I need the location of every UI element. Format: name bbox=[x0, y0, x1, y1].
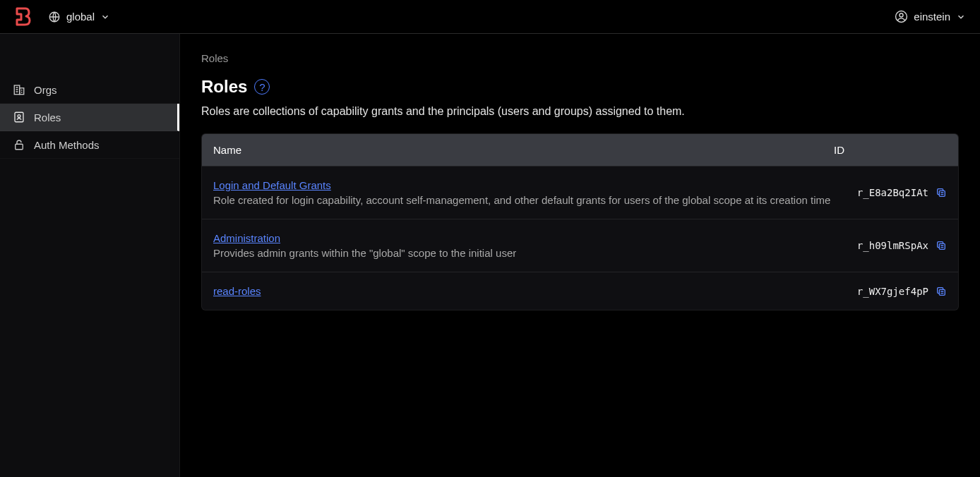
user-label: einstein bbox=[914, 11, 950, 23]
role-description: Provides admin grants within the "global… bbox=[213, 247, 834, 259]
roles-table: Name ID Login and Default Grants Role cr… bbox=[201, 133, 959, 310]
table-row: Administration Provides admin grants wit… bbox=[202, 219, 958, 272]
sidebar: Orgs Roles Auth Methods bbox=[0, 34, 180, 477]
row-id-cell: r_WX7gjef4pP bbox=[834, 286, 947, 297]
building-icon bbox=[13, 83, 25, 96]
header-left: global bbox=[14, 7, 110, 26]
role-id: r_WX7gjef4pP bbox=[857, 286, 928, 297]
row-content: Login and Default Grants Role created fo… bbox=[213, 179, 834, 206]
chevron-down-icon bbox=[956, 12, 966, 22]
copy-icon[interactable] bbox=[936, 240, 947, 251]
app-logo-icon[interactable] bbox=[14, 7, 31, 26]
role-id: r_h09lmRSpAx bbox=[857, 240, 928, 251]
scope-selector[interactable]: global bbox=[48, 11, 110, 23]
user-circle-icon bbox=[895, 10, 908, 23]
sidebar-item-orgs[interactable]: Orgs bbox=[0, 76, 179, 104]
svg-rect-4 bbox=[20, 88, 24, 95]
sidebar-item-label: Auth Methods bbox=[34, 139, 100, 151]
svg-point-6 bbox=[18, 115, 20, 118]
copy-icon[interactable] bbox=[936, 187, 947, 198]
role-description: Role created for login capability, accou… bbox=[213, 194, 834, 206]
role-name-link[interactable]: Administration bbox=[213, 232, 280, 244]
sidebar-item-auth-methods[interactable]: Auth Methods bbox=[0, 131, 179, 159]
chevron-down-icon bbox=[100, 12, 110, 22]
row-content: Administration Provides admin grants wit… bbox=[213, 232, 834, 259]
svg-rect-10 bbox=[939, 289, 945, 295]
role-name-link[interactable]: read-roles bbox=[213, 285, 261, 297]
lock-icon bbox=[13, 138, 25, 151]
breadcrumb[interactable]: Roles bbox=[201, 52, 959, 64]
app-header: global einstein bbox=[0, 0, 980, 34]
user-menu[interactable]: einstein bbox=[895, 10, 966, 23]
role-name-link[interactable]: Login and Default Grants bbox=[213, 179, 331, 191]
row-content: read-roles bbox=[213, 285, 834, 297]
page-title-row: Roles ? bbox=[201, 77, 959, 97]
globe-icon bbox=[48, 11, 61, 23]
app-body: Orgs Roles Auth Methods Roles bbox=[0, 34, 980, 477]
sidebar-item-label: Roles bbox=[34, 111, 61, 123]
table-row: Login and Default Grants Role created fo… bbox=[202, 166, 958, 219]
svg-rect-9 bbox=[939, 243, 945, 249]
row-id-cell: r_h09lmRSpAx bbox=[834, 240, 947, 251]
svg-rect-7 bbox=[16, 144, 23, 150]
svg-point-2 bbox=[900, 13, 903, 17]
table-header: Name ID bbox=[202, 134, 958, 166]
copy-icon[interactable] bbox=[936, 286, 947, 297]
help-icon[interactable]: ? bbox=[254, 79, 270, 95]
column-header-name: Name bbox=[213, 144, 834, 156]
table-row: read-roles r_WX7gjef4pP bbox=[202, 272, 958, 310]
row-id-cell: r_E8a2Bq2IAt bbox=[834, 187, 947, 198]
id-badge-icon bbox=[13, 111, 25, 123]
svg-rect-8 bbox=[939, 191, 945, 196]
page-title: Roles bbox=[201, 77, 247, 97]
column-header-id: ID bbox=[834, 144, 947, 156]
sidebar-item-label: Orgs bbox=[34, 84, 57, 96]
role-id: r_E8a2Bq2IAt bbox=[857, 187, 928, 198]
page-description: Roles are collections of capability gran… bbox=[201, 105, 959, 118]
sidebar-item-roles[interactable]: Roles bbox=[0, 104, 179, 131]
scope-label: global bbox=[66, 11, 95, 23]
main-content: Roles Roles ? Roles are collections of c… bbox=[180, 34, 980, 477]
header-right: einstein bbox=[895, 10, 966, 23]
